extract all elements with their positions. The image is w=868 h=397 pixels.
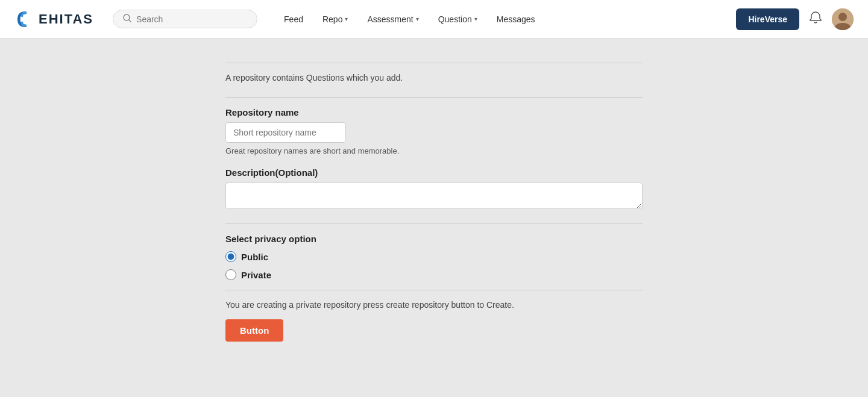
form-container: A repository contains Questions which yo… bbox=[211, 63, 657, 342]
nav-links: Feed Repo ▾ Assessment ▾ Question ▾ Mess… bbox=[277, 10, 736, 29]
avatar-image bbox=[832, 8, 854, 30]
nav-assessment-label: Assessment bbox=[367, 14, 413, 24]
nav-feed-label: Feed bbox=[284, 14, 303, 24]
form-subtitle: A repository contains Questions which yo… bbox=[225, 73, 643, 83]
hireverse-button[interactable]: HireVerse bbox=[736, 8, 799, 30]
radio-private-input[interactable] bbox=[225, 269, 236, 280]
logo-text: EHITAS bbox=[39, 11, 93, 27]
nav-feed[interactable]: Feed bbox=[277, 10, 310, 29]
top-divider bbox=[225, 63, 643, 63]
create-repository-button[interactable]: Button bbox=[225, 319, 283, 342]
chevron-down-icon: ▾ bbox=[474, 16, 477, 22]
notification-bell-icon[interactable] bbox=[809, 11, 822, 27]
privacy-divider bbox=[225, 224, 643, 224]
radio-public-label: Public bbox=[241, 252, 268, 262]
nav-repo[interactable]: Repo ▾ bbox=[315, 10, 355, 29]
privacy-label: Select privacy option bbox=[225, 234, 643, 244]
radio-public[interactable]: Public bbox=[225, 251, 643, 262]
radio-private-label: Private bbox=[241, 270, 271, 280]
avatar[interactable] bbox=[832, 8, 854, 30]
svg-point-3 bbox=[838, 13, 847, 21]
repo-name-group: Repository name Great repository names a… bbox=[225, 107, 643, 155]
main-content: A repository contains Questions which yo… bbox=[0, 39, 868, 397]
radio-public-input[interactable] bbox=[225, 251, 236, 262]
repo-name-label: Repository name bbox=[225, 107, 643, 117]
radio-private[interactable]: Private bbox=[225, 269, 643, 280]
nav-question[interactable]: Question ▾ bbox=[431, 10, 485, 29]
search-input[interactable] bbox=[136, 14, 247, 24]
description-input[interactable] bbox=[225, 183, 643, 209]
subtitle-divider bbox=[225, 97, 643, 98]
search-bar[interactable] bbox=[113, 10, 257, 28]
nav-assessment[interactable]: Assessment ▾ bbox=[360, 10, 426, 29]
navbar: EHITAS Feed Repo ▾ Assessment ▾ Question… bbox=[0, 0, 868, 39]
nav-messages-label: Messages bbox=[497, 14, 535, 24]
repo-name-hint: Great repository names are short and mem… bbox=[225, 146, 643, 155]
nav-repo-label: Repo bbox=[322, 14, 342, 24]
nav-question-label: Question bbox=[438, 14, 472, 24]
notice-text: You are creating a private repository pr… bbox=[225, 300, 643, 310]
description-label: Description(Optional) bbox=[225, 167, 643, 178]
radio-group: Public Private bbox=[225, 251, 643, 280]
description-group: Description(Optional) bbox=[225, 167, 643, 211]
logo-icon bbox=[14, 8, 36, 30]
bottom-divider bbox=[225, 290, 643, 290]
search-icon bbox=[123, 14, 131, 24]
privacy-section: Select privacy option Public Private bbox=[225, 234, 643, 280]
chevron-down-icon: ▾ bbox=[345, 16, 348, 22]
nav-messages[interactable]: Messages bbox=[489, 10, 542, 29]
repo-name-input[interactable] bbox=[225, 122, 346, 143]
logo[interactable]: EHITAS bbox=[14, 8, 93, 30]
svg-line-1 bbox=[129, 20, 131, 22]
nav-actions: HireVerse bbox=[736, 8, 854, 30]
chevron-down-icon: ▾ bbox=[416, 16, 419, 22]
